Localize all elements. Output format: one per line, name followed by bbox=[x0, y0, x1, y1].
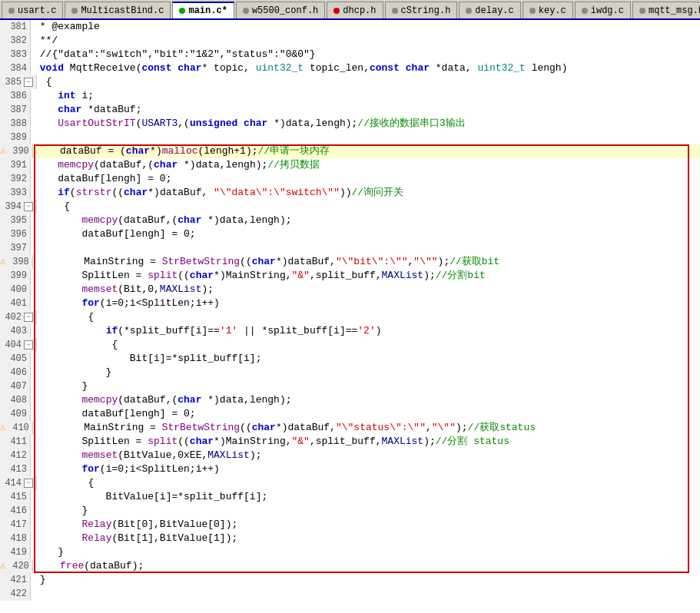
line-gutter: 408 bbox=[0, 393, 31, 407]
tab-label: key.c bbox=[539, 5, 566, 16]
code-line: 422 bbox=[0, 587, 700, 601]
line-gutter: 418 bbox=[0, 532, 31, 545]
code-line: 394− { bbox=[0, 200, 700, 214]
line-content: free(dataBuf); bbox=[33, 559, 700, 573]
line-content: } bbox=[31, 545, 700, 559]
code-line: 412 memset(BitValue,0xEE,MAXList); bbox=[0, 449, 700, 462]
line-content: } bbox=[31, 379, 700, 393]
line-number: 413 bbox=[5, 462, 27, 476]
warning-icon: ⚠ bbox=[0, 255, 6, 269]
line-gutter: 416 bbox=[0, 504, 31, 518]
line-content: Bit[i]=*split_buff[i]; bbox=[31, 352, 700, 366]
line-number: 396 bbox=[5, 227, 27, 241]
code-line: 419 } bbox=[0, 545, 700, 559]
code-line: 403 if(*split_buff[i]=='1' || *split_buf… bbox=[0, 324, 700, 338]
fold-icon[interactable]: − bbox=[24, 202, 33, 211]
line-gutter: 407 bbox=[0, 379, 31, 393]
code-lines: 381 * @example382 **/383 //{"data":"swit… bbox=[0, 20, 700, 601]
code-area: 381 * @example382 **/383 //{"data":"swit… bbox=[0, 20, 700, 613]
tab-cString-h[interactable]: cString.h bbox=[385, 2, 458, 18]
line-gutter: 417 bbox=[0, 518, 31, 532]
code-line: 396 dataBuf[lengh] = 0; bbox=[0, 227, 700, 241]
line-number: 411 bbox=[5, 435, 27, 449]
tab-iwdg-c[interactable]: iwdg.c bbox=[575, 2, 631, 18]
code-line: ⚠420 free(dataBuf); bbox=[0, 559, 700, 573]
tab-label: iwdg.c bbox=[591, 5, 624, 16]
warning-icon: ⚠ bbox=[0, 559, 6, 573]
code-line: 397 bbox=[0, 241, 700, 255]
tab-label: main.c* bbox=[188, 5, 227, 16]
code-line: 383 //{"data":"switch","bit":"1&2","stat… bbox=[0, 48, 700, 61]
line-number: 402 bbox=[0, 310, 22, 324]
code-line: 404− { bbox=[0, 338, 700, 352]
line-gutter: 384 bbox=[0, 61, 31, 75]
fold-icon[interactable]: − bbox=[24, 313, 33, 322]
tab-w5500-conf-h[interactable]: w5500_conf.h bbox=[236, 2, 325, 18]
tab-bar[interactable]: usart.cMulticastBind.cmain.c*w5500_conf.… bbox=[0, 0, 700, 20]
line-gutter: 396 bbox=[0, 227, 31, 241]
line-number: 384 bbox=[5, 61, 27, 75]
line-number: 405 bbox=[5, 352, 27, 366]
line-content: char *dataBuf; bbox=[31, 103, 700, 117]
fold-icon[interactable]: − bbox=[24, 78, 33, 87]
line-content: for(i=0;i<SplitLen;i++) bbox=[31, 297, 700, 310]
tab-dhcp-h[interactable]: dhcp.h bbox=[327, 2, 383, 18]
line-gutter: 383 bbox=[0, 48, 31, 61]
line-gutter: 419 bbox=[0, 545, 31, 559]
line-number: 381 bbox=[5, 20, 27, 34]
line-gutter: 393 bbox=[0, 186, 31, 200]
tab-delay-c[interactable]: delay.c bbox=[459, 2, 520, 18]
fold-icon[interactable]: − bbox=[24, 340, 33, 350]
line-number: 414 bbox=[0, 476, 22, 490]
line-number: 419 bbox=[5, 545, 27, 559]
line-number: 383 bbox=[5, 48, 27, 61]
line-gutter: ⚠410 bbox=[0, 421, 33, 435]
line-number: 412 bbox=[5, 449, 27, 462]
tab-usart-c[interactable]: usart.c bbox=[2, 2, 63, 18]
tab-key-c[interactable]: key.c bbox=[523, 2, 573, 18]
line-content: UsartOutStrIT(USART3,(unsigned char *)da… bbox=[31, 117, 700, 131]
tab-MulticastBind-c[interactable]: MulticastBind.c bbox=[65, 2, 171, 18]
line-content bbox=[31, 131, 700, 144]
line-content: void MqttReceive(const char* topic, uint… bbox=[31, 61, 700, 75]
line-content: memset(Bit,0,MAXList); bbox=[31, 283, 700, 297]
code-line: 416 } bbox=[0, 504, 700, 518]
line-gutter: ⚠420 bbox=[0, 559, 33, 573]
line-content: SplitLen = split((char*)MainString,"&",s… bbox=[31, 435, 700, 449]
code-line: 409 dataBuf[lengh] = 0; bbox=[0, 407, 700, 421]
line-content: dataBuf[lengh] = 0; bbox=[31, 227, 700, 241]
code-line: 386 int i; bbox=[0, 89, 700, 103]
line-gutter: 422 bbox=[0, 587, 31, 601]
tab-label: dhcp.h bbox=[343, 5, 376, 16]
line-gutter: 406 bbox=[0, 366, 31, 379]
warning-icon: ⚠ bbox=[0, 144, 6, 158]
code-line: 414− { bbox=[0, 476, 700, 490]
code-line: 382 **/ bbox=[0, 34, 700, 48]
line-content: if(*split_buff[i]=='1' || *split_buff[i]… bbox=[31, 324, 700, 338]
code-line: 392 dataBuf[lengh] = 0; bbox=[0, 172, 700, 186]
line-gutter: 401 bbox=[0, 297, 31, 310]
line-gutter: 411 bbox=[0, 435, 31, 449]
code-line: 399 SplitLen = split((char*)MainString,"… bbox=[0, 269, 700, 283]
line-content: for(i=0;i<SplitLen;i++) bbox=[31, 462, 700, 476]
fold-icon[interactable]: − bbox=[24, 479, 33, 488]
line-content: SplitLen = split((char*)MainString,"&",s… bbox=[31, 269, 700, 283]
line-gutter: 387 bbox=[0, 103, 31, 117]
line-number: 390 bbox=[8, 144, 29, 158]
line-number: 408 bbox=[5, 393, 27, 407]
line-number: 406 bbox=[5, 366, 27, 379]
tab-mqtt-msg-h[interactable]: mqtt_msg.h bbox=[632, 2, 700, 18]
line-gutter: 394− bbox=[0, 200, 37, 214]
tab-main-c-[interactable]: main.c* bbox=[172, 2, 234, 18]
warning-icon: ⚠ bbox=[0, 421, 6, 435]
line-number: 385 bbox=[0, 75, 22, 89]
line-content: //{"data":"switch","bit":"1&2","status":… bbox=[31, 48, 700, 61]
tab-label: w5500_conf.h bbox=[252, 5, 318, 16]
code-line: 385− { bbox=[0, 75, 700, 89]
code-line: 384 void MqttReceive(const char* topic, … bbox=[0, 61, 700, 75]
line-content: dataBuf = (char*)malloc(lengh+1);//申请一块内… bbox=[33, 144, 700, 158]
line-content: **/ bbox=[31, 34, 700, 48]
tab-label: MulticastBind.c bbox=[81, 5, 164, 16]
line-content: { bbox=[37, 476, 700, 490]
code-line: 381 * @example bbox=[0, 20, 700, 34]
